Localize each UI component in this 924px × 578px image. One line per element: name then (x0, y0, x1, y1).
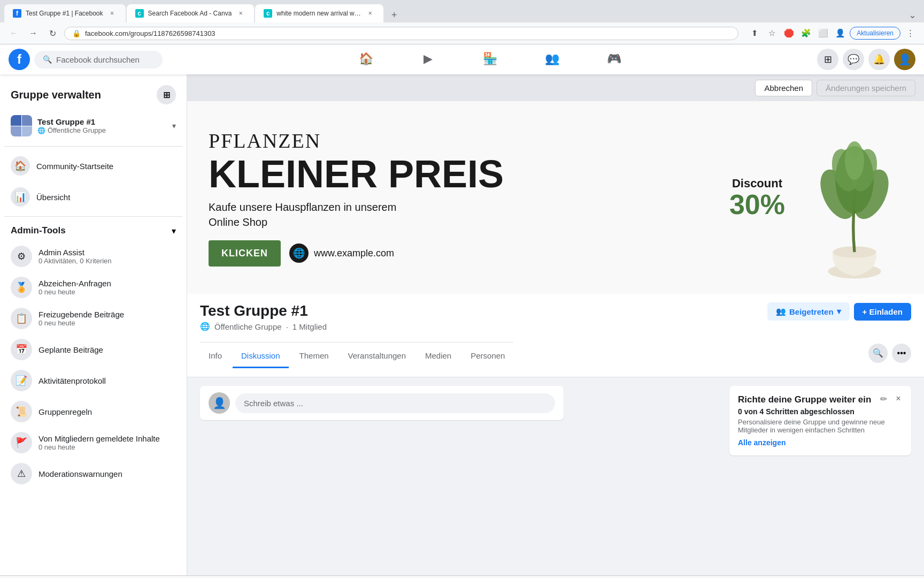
ad-plant (796, 101, 913, 294)
show-all-link[interactable]: Alle anzeigen (738, 438, 903, 447)
more-tabs-button[interactable]: ⌄ (905, 7, 920, 22)
ad-cta-button[interactable]: KLICKEN (209, 240, 281, 267)
tab-2-favicon: c (135, 9, 144, 18)
admin-item-pending[interactable]: 📋 Freizugebende Beiträge 0 neu heute (4, 303, 182, 333)
reload-button[interactable]: ↻ (45, 26, 60, 41)
profile-button[interactable]: 👤 (833, 26, 848, 41)
admin-item-moderation[interactable]: ⚠ Moderationswarnungen (4, 459, 182, 489)
overview-icon: 📊 (11, 187, 30, 207)
tab-2-title: Search Facebook Ad - Canva (148, 10, 232, 17)
update-button[interactable]: Aktualisieren (850, 27, 900, 40)
group-item-main[interactable]: Test Gruppe #1 🌐 Öffentliche Gruppe ▾ (4, 110, 182, 142)
tab-media[interactable]: Medien (417, 345, 460, 368)
badges-sub: 0 neu heute (38, 288, 176, 296)
browser-chrome: f Test Gruppe #1 | Facebook × c Search F… (0, 0, 924, 44)
admin-item-info: Admin Assist 0 Aktivitäten, 0 Kriterien (38, 248, 176, 265)
split-view-button[interactable]: ⬜ (815, 26, 830, 41)
sidebar-header: Gruppe verwalten ⊞ (4, 81, 182, 109)
overview-label: Übersicht (36, 193, 70, 202)
nav-community[interactable]: 🏠 Community-Startseite (4, 151, 182, 181)
tab-1-close[interactable]: × (107, 9, 117, 18)
fb-nav: 🏠 ▶ 🏪 👥 🎮 (167, 47, 813, 72)
search-icon: 🔍 (43, 55, 52, 64)
setup-close-button[interactable]: × (892, 392, 905, 405)
discount-percentage: 30% (729, 191, 785, 218)
new-tab-button[interactable]: + (387, 7, 402, 22)
bookmark-button[interactable]: ☆ (764, 26, 779, 41)
extensions-button[interactable]: 🧩 (798, 26, 813, 41)
admin-item-badges[interactable]: 🏅 Abzeichen-Anfragen 0 neu heute (4, 272, 182, 302)
rules-info: Gruppenregeln (38, 407, 176, 416)
group-actions: 👥 Beigetreten ▾ + Einladen (767, 302, 911, 321)
pending-label: Freizugebende Beiträge (38, 310, 176, 319)
community-label: Community-Startseite (36, 162, 113, 171)
ad-discount: Discount 30% (729, 177, 785, 218)
main-content: Abbrechen Änderungen speichern PFLANZEN … (187, 74, 924, 575)
nav-gaming[interactable]: 🎮 (584, 47, 644, 72)
setup-edit-button[interactable]: ✏ (877, 392, 890, 405)
group-name: Test Gruppe #1 (37, 117, 167, 126)
back-button[interactable]: ← (6, 26, 21, 41)
reported-sub: 0 neu heute (38, 443, 176, 451)
nav-video[interactable]: ▶ (398, 47, 458, 72)
notifications-button[interactable]: 🔔 (868, 49, 890, 70)
sidebar-divider-1 (4, 146, 182, 147)
url-text: facebook.com/groups/1187626598741303 (85, 29, 730, 37)
reported-label: Von Mitgliedern gemeldete Inhalte (38, 434, 176, 443)
header-actions: ⊞ 💬 🔔 👤 (817, 49, 915, 70)
post-input[interactable]: Schreib etwas ... (235, 393, 555, 413)
cancel-button[interactable]: Abbrechen (755, 80, 812, 96)
scheduled-icon: 📅 (11, 339, 32, 360)
admin-item-activity[interactable]: 📝 Aktivitätenprotokoll (4, 366, 182, 396)
admin-tools-title: Admin-Tools (11, 225, 66, 236)
joined-button[interactable]: 👥 Beigetreten ▾ (767, 302, 850, 321)
tab-3[interactable]: c white modern new arrival watc... × (255, 4, 383, 22)
adblock-icon[interactable]: 🛑 (781, 26, 796, 41)
tab-3-title: white modern new arrival watc... (276, 10, 361, 17)
group-title: Test Gruppe #1 (200, 302, 327, 320)
tab-people[interactable]: Personen (462, 345, 513, 368)
joined-icon: 👥 (776, 307, 786, 316)
reported-icon: 🚩 (11, 432, 32, 453)
admin-item-rules[interactable]: 📜 Gruppenregeln (4, 397, 182, 427)
nav-overview[interactable]: 📊 Übersicht (4, 182, 182, 212)
activity-icon: 📝 (11, 370, 32, 391)
more-options-button[interactable]: ••• (892, 344, 911, 363)
invite-button[interactable]: + Einladen (854, 303, 911, 321)
nav-home[interactable]: 🏠 (336, 47, 396, 72)
ad-banner: PFLANZEN KLEINER PREIS Kaufe unsere Haus… (187, 101, 924, 294)
tab-events[interactable]: Veranstaltungen (340, 345, 414, 368)
tab-discussion[interactable]: Diskussion (233, 345, 289, 368)
admin-tools-header[interactable]: Admin-Tools ▾ (4, 221, 182, 240)
save-changes-button[interactable]: Änderungen speichern (817, 80, 915, 96)
tab-themes[interactable]: Themen (291, 345, 337, 368)
sidebar-menu-button[interactable]: ⊞ (157, 85, 176, 104)
tab-info[interactable]: Info (200, 345, 230, 368)
cover-bar: Abbrechen Änderungen speichern (187, 74, 924, 101)
menu-button[interactable]: ⋮ (903, 26, 918, 41)
forward-button[interactable]: → (26, 26, 41, 41)
post-avatar: 👤 (209, 392, 230, 414)
grid-menu-button[interactable]: ⊞ (817, 49, 838, 70)
admin-item-reported[interactable]: 🚩 Von Mitgliedern gemeldete Inhalte 0 ne… (4, 428, 182, 458)
search-box[interactable]: 🔍 Facebook durchsuchen (34, 51, 163, 69)
tab-1[interactable]: f Test Gruppe #1 | Facebook × (4, 4, 126, 22)
share-button[interactable]: ⬆ (747, 26, 762, 41)
tab-2[interactable]: c Search Facebook Ad - Canva × (127, 4, 255, 22)
globe-icon-small: 🌐 (200, 322, 210, 331)
url-bar[interactable]: 🔒 facebook.com/groups/1187626598741303 (64, 27, 738, 40)
facebook-logo: f (9, 49, 30, 70)
admin-item-scheduled[interactable]: 📅 Geplante Beiträge (4, 334, 182, 364)
admin-item-assist[interactable]: ⚙ Admin Assist 0 Aktivitäten, 0 Kriterie… (4, 241, 182, 271)
messenger-button[interactable]: 💬 (843, 49, 864, 70)
tab-3-close[interactable]: × (365, 9, 375, 18)
scheduled-info: Geplante Beiträge (38, 345, 176, 354)
search-button[interactable]: 🔍 (868, 344, 888, 363)
nav-marketplace[interactable]: 🏪 (460, 47, 520, 72)
user-avatar[interactable]: 👤 (894, 49, 915, 70)
ad-website: 🌐 www.example.com (289, 244, 394, 263)
tab-2-close[interactable]: × (236, 9, 245, 18)
admin-assist-icon: ⚙ (11, 246, 32, 267)
nav-groups[interactable]: 👥 (522, 47, 582, 72)
left-sidebar: Gruppe verwalten ⊞ Test Gruppe #1 🌐 Öffe… (0, 74, 187, 575)
